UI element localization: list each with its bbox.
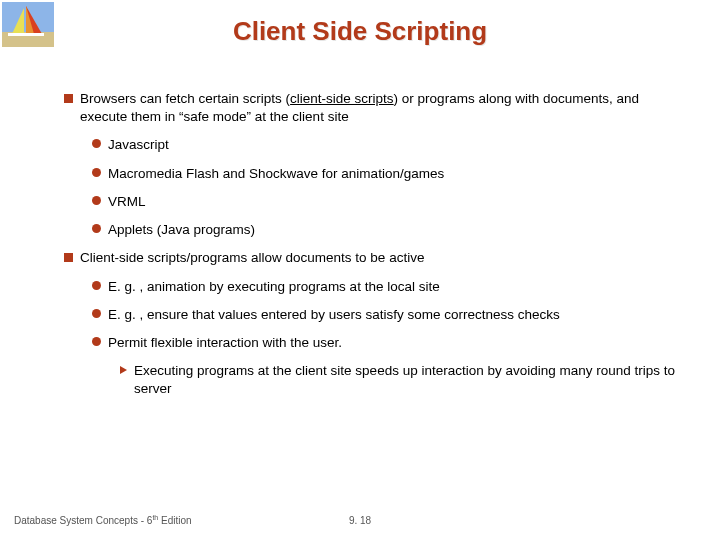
bullet-l2: Applets (Java programs) <box>92 221 690 239</box>
bullet-l2: VRML <box>92 193 690 211</box>
bullet-l2: Javascript <box>92 136 690 154</box>
bullet-l2: E. g. , ensure that values entered by us… <box>92 306 690 324</box>
slide-content: Browsers can fetch certain scripts (clie… <box>64 90 690 409</box>
svg-rect-5 <box>8 33 44 36</box>
bullet-l2: Permit flexible interaction with the use… <box>92 334 690 352</box>
footer-text: Edition <box>158 515 191 526</box>
text: Browsers can fetch certain scripts ( <box>80 91 290 106</box>
bullet-l1: Client-side scripts/programs allow docum… <box>64 249 690 267</box>
slide-title: Client Side Scripting <box>0 0 720 47</box>
bullet-l3: Executing programs at the client site sp… <box>120 362 690 398</box>
footer-page-number: 9. 18 <box>349 515 371 526</box>
text-underline: client-side scripts <box>290 91 394 106</box>
footer-left: Database System Concepts - 6th Edition <box>14 514 192 526</box>
bullet-l2: Macromedia Flash and Shockwave for anima… <box>92 165 690 183</box>
bullet-l1: Browsers can fetch certain scripts (clie… <box>64 90 690 126</box>
bullet-l2: E. g. , animation by executing programs … <box>92 278 690 296</box>
sailboat-logo <box>2 2 54 47</box>
footer-text: Database System Concepts - 6 <box>14 515 152 526</box>
